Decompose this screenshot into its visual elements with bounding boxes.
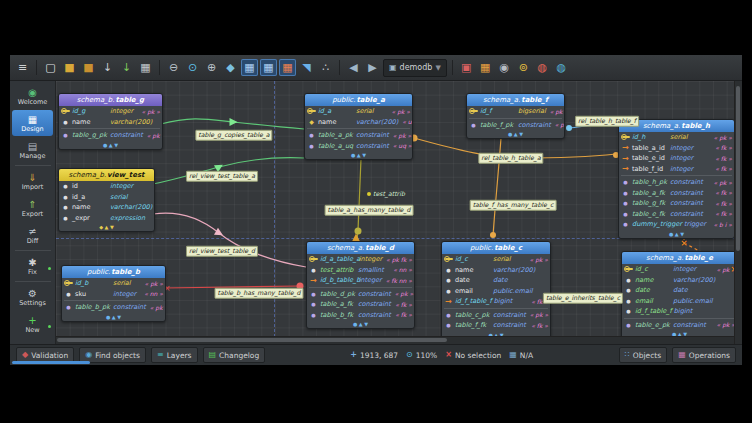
button-label: Layers — [167, 351, 192, 360]
relationship-label-rel_table_h_table_a[interactable]: rel_table_h_table_a — [478, 153, 543, 164]
entity-table_f[interactable]: schema_a.table_fid_fbigserial« pk »●tabl… — [466, 93, 565, 139]
open-sample-icon[interactable]: ■ — [80, 59, 97, 76]
relationship-line-rel_view_test_table_d[interactable] — [153, 213, 306, 267]
relationship-label-rel_view_test_table_a[interactable]: rel_view_test_table_a — [186, 171, 258, 182]
normal-zoom-icon[interactable]: ⊙ — [184, 59, 201, 76]
entity-row: ●namevarchar(200) — [59, 117, 162, 128]
bullet-glyph: ● — [623, 190, 627, 196]
entity-table_b[interactable]: public.table_bid_bserial« pk »●skuintege… — [61, 265, 166, 322]
database-selector[interactable]: ▣demodb▼ — [383, 59, 447, 77]
zoom-out-icon[interactable]: ⊖ — [165, 59, 182, 76]
relationship-label-rel_table_h_table_f[interactable]: rel_table_h_table_f — [575, 116, 639, 127]
attribute-type: bigint — [494, 297, 513, 305]
attribute-dot-icon: ● — [444, 267, 453, 273]
entity-table_h[interactable]: schema_a.table_hid_hserial« pk »→table_a… — [618, 119, 735, 239]
objects-icon: ∷ — [625, 351, 630, 359]
entity-table_c[interactable]: public.table_cid_cserial« pk »●namevarch… — [441, 241, 551, 340]
about-icon[interactable]: ◍ — [553, 59, 570, 76]
sidebar-item-import[interactable]: ⇓Import — [12, 168, 53, 194]
sidebar-item-export[interactable]: ⇑Export — [12, 195, 53, 221]
cursor-position: + 1913, 687 — [350, 351, 398, 360]
sidebar-item-manage[interactable]: ▤Manage — [12, 137, 53, 163]
entity-row: ●id_f_table_fbigint — [622, 306, 737, 317]
compact-view-icon[interactable]: ◥ — [298, 59, 315, 76]
nav-back-icon[interactable]: ◀ — [345, 59, 362, 76]
entity-view_test[interactable]: schema_b.view_test●idinteger●id_aserial●… — [58, 168, 155, 232]
save-as-icon[interactable]: ↓ — [118, 59, 135, 76]
relationship-label-table_a_has_many_table_d[interactable]: table_a_has_many_table_d — [325, 205, 414, 216]
object-colors-icon[interactable]: ▦ — [477, 59, 494, 76]
sidebar-item-design[interactable]: ▦Design — [12, 110, 53, 136]
open-model-icon[interactable]: ■ — [61, 59, 78, 76]
show-grid-icon[interactable]: ▦ — [241, 59, 258, 76]
entity-table_e[interactable]: schema_a.table_eid_cinteger« pk »●nameva… — [621, 251, 738, 339]
relationships-visibility-icon[interactable]: ∴ — [317, 59, 334, 76]
entity-separator — [444, 308, 548, 309]
sidebar-item-new[interactable]: +New — [12, 311, 53, 337]
sidebar-item-settings[interactable]: ⚙Settings — [12, 284, 53, 310]
relationship-line-table_a_has_many_table_d[interactable] — [357, 159, 361, 239]
attribute-name: id_a — [72, 193, 108, 201]
entity-table_a[interactable]: public.table_aid_aserial« pk »◆namevarch… — [304, 93, 413, 160]
model-canvas[interactable]: × schema_b.table_gid_ginteger« pk »●name… — [56, 81, 742, 344]
key-glyph — [65, 282, 73, 284]
horizontal-scrollbar-handle[interactable] — [57, 338, 447, 342]
attribute-type: constraint — [113, 303, 146, 311]
bullet-glyph: ● — [626, 322, 630, 328]
layers-button[interactable]: ≡Layers — [151, 347, 198, 363]
sidebar-item-diff[interactable]: ≠Diff — [12, 222, 53, 248]
print-icon[interactable]: ▦ — [137, 59, 154, 76]
attribute-con-icon: ● — [621, 190, 630, 196]
attribute-tag: « fk » — [393, 311, 412, 318]
horizontal-scrollbar[interactable] — [56, 336, 735, 344]
donate-icon[interactable]: ⊚ — [515, 59, 532, 76]
new-model-icon[interactable]: ▢ — [42, 59, 59, 76]
new-icon: + — [28, 315, 36, 326]
relationship-label-table_f_has_many_table_c[interactable]: table_f_has_many_table_c — [470, 200, 557, 211]
entity-row: ●table_e_pkconstraint« pk » — [622, 320, 737, 331]
attribute-con-icon: ● — [621, 200, 630, 206]
attribute-con-icon: ● — [309, 291, 318, 297]
attribute-name: id_g — [72, 107, 108, 115]
sidebar-item-welcome[interactable]: ◉Welcome — [12, 83, 53, 109]
align-to-grid-icon[interactable]: ▦ — [260, 59, 277, 76]
nav-forward-icon[interactable]: ▶ — [364, 59, 381, 76]
zoom-in-icon[interactable]: ⊕ — [203, 59, 220, 76]
attribute-type: varchar(200) — [673, 276, 715, 284]
source-preview-icon[interactable]: ▣ — [458, 59, 475, 76]
attribute-pk-icon — [307, 110, 316, 112]
relationship-label-table_g_copies_table_a[interactable]: table_g_copies_table_a — [195, 130, 272, 141]
operations-button[interactable]: ▦Operations — [672, 347, 736, 363]
support-icon[interactable]: ◍ — [534, 59, 551, 76]
relationship-label-table_b_has_many_table_d[interactable]: table_b_has_many_table_d — [214, 288, 303, 299]
relationship-label-table_e_inherits_table_c[interactable]: table_e_inherits_table_c — [543, 293, 623, 304]
floating-attribute-label[interactable]: test_attrib — [367, 190, 405, 197]
objects-button[interactable]: ∷Objects — [619, 347, 667, 363]
entity-table_g[interactable]: schema_b.table_gid_ginteger« pk »●nameva… — [58, 93, 163, 150]
attribute-type: integer — [359, 255, 382, 263]
bullet-glyph: ● — [66, 304, 70, 310]
attribute-type: constraint — [670, 210, 703, 218]
attribute-con-icon: ● — [469, 122, 478, 128]
entity-table_d[interactable]: schema_a.table_did_a_table_ainteger« pk … — [306, 241, 415, 329]
relationship-label-rel_view_test_table_d[interactable]: rel_view_test_table_d — [186, 246, 258, 257]
key-glyph — [308, 110, 316, 112]
page-delimiters-icon[interactable]: ▦ — [279, 59, 296, 76]
vertical-scrollbar-handle[interactable] — [736, 86, 740, 251]
save-model-icon[interactable]: ↓ — [99, 59, 116, 76]
attribute-type: bigint — [674, 307, 693, 315]
plugins-icon[interactable]: ◉ — [496, 59, 513, 76]
zoom-icon: ⊙ — [406, 351, 413, 359]
attribute-tag: « pk » — [553, 121, 564, 128]
entity-footer-icons: ● ▲ ▼ — [305, 151, 412, 159]
main-menu-icon[interactable]: ≡ — [14, 59, 31, 76]
attribute-type: trigger — [684, 220, 706, 228]
bullet-glyph: ● — [63, 204, 67, 210]
changelog-button[interactable]: ▤Changelog — [203, 347, 266, 363]
attribute-dot-icon: ● — [624, 298, 633, 304]
sidebar-item-fix[interactable]: ✱Fix — [12, 253, 53, 279]
entity-row: id_cserial« pk » — [442, 254, 550, 265]
selection-x-handle: × — [680, 238, 688, 248]
vertical-scrollbar[interactable] — [734, 81, 742, 344]
appearance-icon[interactable]: ◆ — [222, 59, 239, 76]
